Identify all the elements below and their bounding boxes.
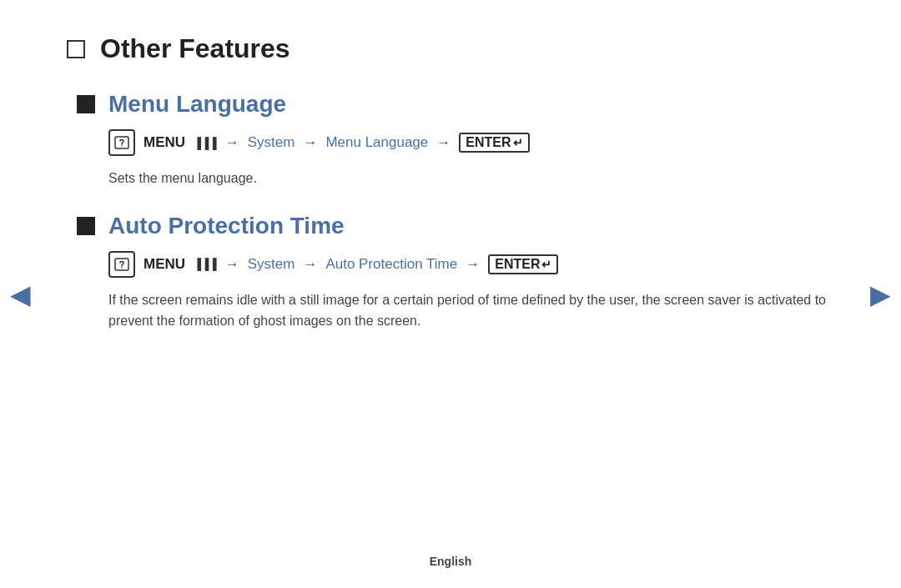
svg-point-1 bbox=[121, 145, 123, 147]
menu-icon-1 bbox=[108, 129, 135, 156]
header-checkbox-icon bbox=[67, 40, 85, 58]
nav-step-2-autoprotect: Auto Protection Time bbox=[325, 256, 457, 273]
section-auto-protection-header: Auto Protection Time bbox=[77, 213, 834, 239]
nav-enter-2: ENTER ↵ bbox=[488, 254, 558, 274]
nav-left-button[interactable]: ◀ bbox=[10, 279, 31, 310]
nav-step-1-menulang: Menu Language bbox=[325, 134, 428, 151]
nav-arrow-2a: → bbox=[225, 256, 239, 273]
nav-arrow-1b: → bbox=[303, 134, 317, 151]
nav-menu-keyword-1: MENU bbox=[143, 134, 185, 151]
menu-language-nav-path: MENU ▐▐▐ → System → Menu Language → ENTE… bbox=[108, 129, 834, 156]
nav-menu-suffix-2: ▐▐▐ bbox=[194, 258, 217, 270]
section-menu-language-header: Menu Language bbox=[77, 91, 834, 118]
section-bullet-icon-2 bbox=[77, 217, 95, 235]
nav-arrow-1a: → bbox=[225, 134, 239, 151]
section-auto-protection: Auto Protection Time MENU ▐▐▐ → System →… bbox=[67, 213, 834, 332]
section-bullet-icon bbox=[77, 95, 95, 113]
enter-arrow-icon-2: ↵ bbox=[541, 258, 551, 271]
menu-icon-2 bbox=[108, 251, 135, 278]
section-menu-language: Menu Language MENU ▐▐▐ → System → Menu L… bbox=[67, 91, 834, 189]
enter-label-2: ENTER bbox=[495, 257, 540, 272]
svg-rect-0 bbox=[115, 137, 128, 148]
nav-menu-keyword-2: MENU bbox=[143, 256, 185, 273]
page-title: Other Features bbox=[100, 33, 290, 64]
enter-arrow-icon-1: ↵ bbox=[513, 136, 523, 149]
footer: English bbox=[430, 555, 472, 568]
footer-language: English bbox=[430, 555, 472, 568]
section-menu-language-title: Menu Language bbox=[108, 91, 286, 118]
section-menu-language-description: Sets the menu language. bbox=[108, 168, 834, 189]
svg-rect-2 bbox=[115, 259, 128, 270]
nav-arrow-2b: → bbox=[303, 256, 317, 273]
nav-enter-1: ENTER ↵ bbox=[459, 133, 529, 153]
enter-label-1: ENTER bbox=[466, 135, 511, 150]
nav-right-button[interactable]: ▶ bbox=[870, 279, 891, 310]
nav-step-2-system: System bbox=[248, 256, 295, 273]
nav-menu-suffix-1: ▐▐▐ bbox=[194, 137, 217, 149]
page-container: ◀ ▶ Other Features Menu Language MENU ▐▐… bbox=[0, 0, 901, 588]
section-auto-protection-title: Auto Protection Time bbox=[108, 213, 345, 239]
svg-point-3 bbox=[121, 267, 123, 269]
section-auto-protection-description: If the screen remains idle with a still … bbox=[108, 289, 834, 332]
nav-step-1-system: System bbox=[248, 134, 295, 151]
nav-arrow-1c: → bbox=[436, 134, 450, 151]
page-header: Other Features bbox=[67, 33, 834, 64]
auto-protection-nav-path: MENU ▐▐▐ → System → Auto Protection Time… bbox=[108, 251, 834, 278]
nav-arrow-2c: → bbox=[466, 256, 480, 273]
